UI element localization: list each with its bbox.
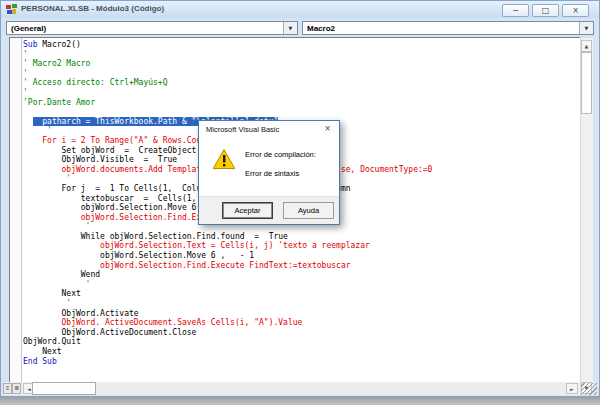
scroll-right-icon: ► bbox=[570, 386, 574, 392]
code-line: ' bbox=[23, 88, 432, 98]
dialog-close-button[interactable]: × bbox=[321, 123, 334, 135]
procedure-view-icon: ≡ bbox=[6, 385, 10, 391]
vertical-scroll-thumb[interactable] bbox=[581, 52, 592, 114]
close-icon: × bbox=[572, 6, 579, 15]
window-title: PERSONAL.XLSB - Módulo3 (Código) bbox=[21, 4, 164, 13]
code-line: ObjWord.ActiveDocument.Close bbox=[23, 328, 432, 338]
scroll-up-button[interactable]: ▲ bbox=[581, 40, 592, 52]
error-dialog: Microsoft Visual Basic × Error de compil… bbox=[198, 120, 340, 225]
warning-icon bbox=[212, 148, 236, 170]
title-bar[interactable]: PERSONAL.XLSB - Módulo3 (Código) − □ × bbox=[1, 1, 599, 18]
chevron-down-icon: ▼ bbox=[289, 25, 293, 31]
object-combo-value: (General) bbox=[11, 24, 46, 33]
object-combo[interactable]: (General) ▼ bbox=[6, 21, 298, 35]
maximize-button[interactable]: □ bbox=[532, 4, 559, 17]
aceptar-button[interactable]: Aceptar bbox=[222, 202, 273, 219]
close-button[interactable]: × bbox=[562, 4, 589, 17]
code-line: ' bbox=[23, 50, 432, 60]
code-line: While objWord.Selection.Find.found = Tru… bbox=[23, 232, 432, 242]
scroll-up-icon: ▲ bbox=[585, 43, 589, 49]
dialog-message-line1: Error de compilación: bbox=[245, 150, 316, 159]
full-module-view-icon: ≣ bbox=[14, 385, 19, 391]
code-line: ObjWord.Activate bbox=[23, 309, 432, 319]
horizontal-scroll-track[interactable] bbox=[36, 382, 566, 395]
resize-grip[interactable] bbox=[581, 383, 597, 395]
code-line: Next bbox=[23, 347, 432, 357]
background-strip bbox=[0, 397, 600, 405]
code-line: Wend bbox=[23, 270, 432, 280]
code-line: ObjWord.Quit bbox=[23, 337, 432, 347]
dialog-close-icon: × bbox=[324, 124, 331, 133]
code-line: ' bbox=[23, 280, 432, 290]
code-line: objWord.Selection.Text = Cells(i, j) 'te… bbox=[23, 241, 432, 251]
code-line: 'Por.Dante Amor bbox=[23, 98, 432, 108]
scroll-left-icon: ◄ bbox=[27, 386, 31, 392]
object-combo-dropdown-button[interactable]: ▼ bbox=[283, 22, 297, 34]
procedure-combo[interactable]: Macro2 ▼ bbox=[302, 21, 594, 35]
minimize-button[interactable]: − bbox=[502, 4, 529, 17]
code-line: ObjWord. ActiveDocument.SaveAs Cells(i, … bbox=[23, 318, 432, 328]
code-line: Sub Macro2() bbox=[23, 40, 432, 50]
code-line: ' Acceso directo: Ctrl+Mayús+Q bbox=[23, 78, 432, 88]
ayuda-button[interactable]: Ayuda bbox=[283, 202, 334, 219]
code-line: ' bbox=[23, 69, 432, 79]
code-line: objWord.Selection.Find.Execute FindText:… bbox=[23, 261, 432, 271]
code-line: objWord.Selection.Move 6 , - 1 bbox=[23, 251, 432, 261]
maximize-icon: □ bbox=[542, 6, 550, 15]
dialog-title: Microsoft Visual Basic bbox=[206, 125, 279, 134]
full-module-view-button[interactable]: ≣ bbox=[12, 383, 21, 394]
procedure-view-button[interactable]: ≡ bbox=[3, 383, 12, 394]
module-icon bbox=[6, 4, 17, 15]
dialog-message-line2: Error de sintaxis bbox=[245, 169, 299, 178]
scroll-right-button[interactable]: ► bbox=[566, 383, 578, 394]
procedure-combo-value: Macro2 bbox=[307, 24, 335, 33]
margin-indicator-bar[interactable] bbox=[10, 38, 22, 382]
procedure-combo-dropdown-button[interactable]: ▼ bbox=[579, 22, 593, 34]
dialog-footer: Aceptar Ayuda bbox=[199, 196, 339, 224]
code-line: Next bbox=[23, 289, 432, 299]
horizontal-scroll-thumb[interactable] bbox=[32, 382, 96, 395]
code-line bbox=[23, 107, 432, 117]
chevron-down-icon: ▼ bbox=[585, 25, 589, 31]
code-line: ' Macro2 Macro bbox=[23, 59, 432, 69]
minimize-icon: − bbox=[512, 6, 519, 15]
code-line: End Sub bbox=[23, 357, 432, 367]
code-line: ' bbox=[23, 299, 432, 309]
